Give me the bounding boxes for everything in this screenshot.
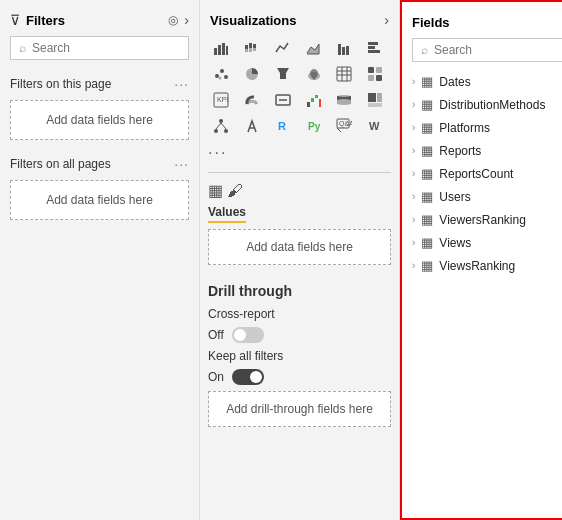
field-item-dates[interactable]: › ▦ Dates	[402, 70, 562, 93]
drill-through-title: Drill through	[208, 283, 391, 299]
field-chevron-reportscount: ›	[412, 168, 415, 179]
svg-rect-29	[368, 75, 374, 81]
svg-rect-22	[337, 67, 351, 81]
svg-rect-5	[245, 49, 248, 52]
svg-line-45	[216, 123, 221, 129]
field-label-reportscount: ReportsCount	[439, 167, 513, 181]
svg-rect-12	[346, 46, 349, 55]
field-table-icon-distribution: ▦	[421, 97, 433, 112]
viz-icon-card[interactable]	[270, 88, 296, 112]
filters-search-input[interactable]	[32, 41, 182, 55]
field-item-users[interactable]: › ▦ Users	[402, 185, 562, 208]
filters-search-icon: ⌕	[19, 41, 26, 55]
field-item-viewsranking[interactable]: › ▦ ViewsRanking	[402, 254, 562, 277]
field-chevron-platforms: ›	[412, 122, 415, 133]
keep-filters-toggle-row: On	[208, 369, 391, 385]
svg-rect-4	[245, 45, 248, 49]
svg-rect-10	[338, 44, 341, 55]
viz-icon-map[interactable]	[301, 62, 327, 86]
svg-point-44	[224, 129, 228, 133]
field-label-distribution: DistributionMethods	[439, 98, 545, 112]
filters-page-dots[interactable]: ···	[174, 76, 189, 92]
eye-icon[interactable]: ◎	[168, 13, 178, 27]
viz-icon-treemap[interactable]	[362, 88, 388, 112]
field-item-reportscount[interactable]: › ▦ ReportsCount	[402, 162, 562, 185]
field-table-icon-reports: ▦	[421, 143, 433, 158]
keep-filters-state-label: On	[208, 370, 224, 384]
keep-filters-toggle-knob	[250, 371, 262, 383]
filters-expand-icon[interactable]: ›	[184, 12, 189, 28]
svg-rect-41	[368, 103, 382, 107]
field-item-reports[interactable]: › ▦ Reports	[402, 139, 562, 162]
viz-expand-icon[interactable]: ›	[384, 12, 389, 28]
viz-icon-kpi[interactable]: KPI	[208, 88, 234, 112]
field-label-reports: Reports	[439, 144, 481, 158]
viz-icon-funnel[interactable]	[270, 62, 296, 86]
field-chevron-users: ›	[412, 191, 415, 202]
viz-icon-table-viz[interactable]	[331, 62, 357, 86]
svg-text:W: W	[369, 120, 380, 132]
svg-text:Q&A: Q&A	[339, 120, 352, 128]
viz-icon-scatter[interactable]	[208, 62, 234, 86]
viz-values-label: Values	[208, 205, 246, 223]
svg-rect-30	[376, 75, 382, 81]
field-chevron-distribution: ›	[412, 99, 415, 110]
cross-report-row: Cross-report	[208, 307, 391, 321]
viz-icon-waterfall[interactable]	[301, 88, 327, 112]
viz-icon-pie[interactable]	[239, 62, 265, 86]
field-table-icon-viewsranking: ▦	[421, 258, 433, 273]
filters-all-pages-dots[interactable]: ···	[174, 156, 189, 172]
viz-brush-icon[interactable]: 🖌	[227, 182, 243, 200]
svg-rect-37	[315, 95, 318, 98]
viz-icon-column[interactable]	[331, 36, 357, 60]
viz-icon-hbar[interactable]	[362, 36, 388, 60]
viz-icon-area[interactable]	[301, 36, 327, 60]
viz-icon-bar[interactable]	[208, 36, 234, 60]
viz-icon-stacked-bar[interactable]	[239, 36, 265, 60]
svg-point-43	[214, 129, 218, 133]
field-item-views[interactable]: › ▦ Views	[402, 231, 562, 254]
drill-add-fields[interactable]: Add drill-through fields here	[208, 391, 391, 427]
viz-icon-line[interactable]	[270, 36, 296, 60]
filters-all-pages-add-fields[interactable]: Add data fields here	[10, 180, 189, 220]
viz-icon-r[interactable]: R	[270, 114, 296, 138]
viz-icon-matrix[interactable]	[362, 62, 388, 86]
field-table-icon-dates: ▦	[421, 74, 433, 89]
filters-page-add-fields[interactable]: Add data fields here	[10, 100, 189, 140]
viz-values-section: ▦ 🖌 Values Add data fields here	[200, 177, 399, 277]
field-item-platforms[interactable]: › ▦ Platforms	[402, 116, 562, 139]
svg-line-46	[221, 123, 226, 129]
viz-icon-qna[interactable]: Q&A	[331, 114, 357, 138]
viz-icon-decomposition[interactable]	[208, 114, 234, 138]
svg-point-19	[219, 77, 222, 80]
svg-rect-36	[311, 98, 314, 102]
svg-rect-1	[218, 45, 221, 55]
viz-table-icon[interactable]: ▦	[208, 181, 223, 200]
viz-icon-gauge[interactable]	[239, 88, 265, 112]
filters-search-box: ⌕	[10, 36, 189, 60]
viz-icon-python[interactable]: Py	[301, 114, 327, 138]
svg-rect-14	[368, 46, 375, 49]
fields-search-box: ⌕	[412, 38, 562, 62]
fields-list: › ▦ Dates › ▦ DistributionMethods › ▦ Pl…	[402, 70, 562, 277]
svg-rect-6	[249, 43, 252, 48]
viz-icon-ai[interactable]	[239, 114, 265, 138]
viz-icons-grid: KPI R Py Q&A	[200, 36, 399, 142]
field-chevron-reports: ›	[412, 145, 415, 156]
viz-add-fields[interactable]: Add data fields here	[208, 229, 391, 265]
cross-report-state-label: Off	[208, 328, 224, 342]
viz-icon-ribbon[interactable]	[331, 88, 357, 112]
keep-filters-toggle[interactable]	[232, 369, 264, 385]
svg-rect-35	[307, 102, 310, 107]
field-chevron-viewersranking: ›	[412, 214, 415, 225]
viz-icon-more[interactable]: W	[362, 114, 388, 138]
viz-more-dots[interactable]: ···	[200, 142, 399, 168]
fields-search-input[interactable]	[434, 43, 562, 57]
field-table-icon-platforms: ▦	[421, 120, 433, 135]
field-item-viewersranking[interactable]: › ▦ ViewersRanking	[402, 208, 562, 231]
field-item-distributionmethods[interactable]: › ▦ DistributionMethods	[402, 93, 562, 116]
cross-report-toggle[interactable]	[232, 327, 264, 343]
filters-all-pages-section-label: Filters on all pages ···	[0, 150, 199, 176]
field-chevron-views: ›	[412, 237, 415, 248]
field-label-platforms: Platforms	[439, 121, 490, 135]
